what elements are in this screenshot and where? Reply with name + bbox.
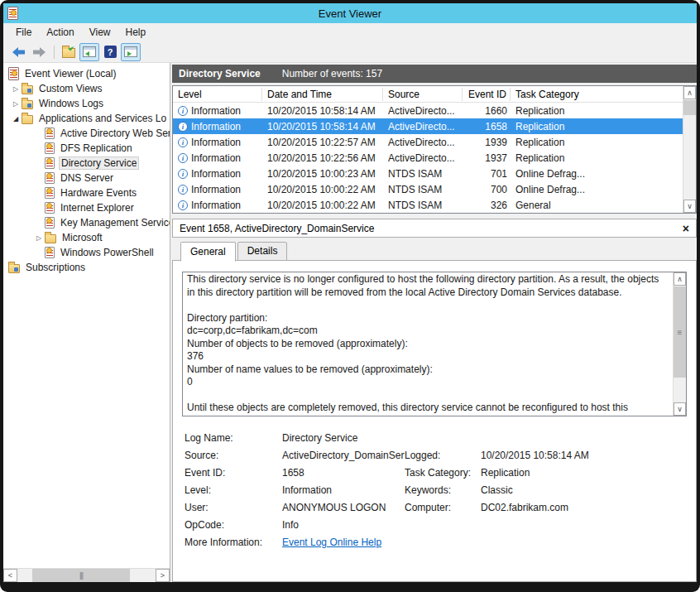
tree-item-hardware-events[interactable]: Hardware Events bbox=[3, 185, 170, 200]
table-row[interactable]: Information 10/20/2015 10:58:14 AM Activ… bbox=[173, 103, 683, 118]
window-title: Event Viewer bbox=[3, 7, 697, 20]
console-tree: Event Viewer (Local) ▷ Custom Views ▷ Wi… bbox=[3, 63, 170, 568]
back-arrow-icon bbox=[12, 46, 26, 58]
tree-item-label: Directory Service bbox=[59, 156, 139, 170]
help-button[interactable]: ? bbox=[100, 43, 120, 61]
scrollbar-track[interactable] bbox=[683, 99, 696, 200]
tree-item-windows-logs[interactable]: ▷ Windows Logs bbox=[3, 96, 170, 111]
tree-item-label: Microsoft bbox=[60, 231, 104, 244]
tree-item-active-directory-web-services[interactable]: Active Directory Web Ser bbox=[3, 126, 170, 141]
field-label: Keywords: bbox=[405, 482, 481, 499]
expand-collapsed-icon[interactable]: ▷ bbox=[10, 85, 22, 93]
show-action-pane-button[interactable] bbox=[121, 43, 141, 61]
event-log-online-help-link[interactable]: Event Log Online Help bbox=[282, 537, 381, 548]
table-row[interactable]: Information 10/20/2015 10:00:22 AM NTDS … bbox=[173, 197, 683, 213]
scroll-up-button[interactable]: ∧ bbox=[683, 86, 696, 99]
information-icon bbox=[178, 169, 188, 179]
back-button[interactable] bbox=[8, 43, 28, 61]
table-row[interactable]: Information 10/20/2015 10:22:56 AM Activ… bbox=[173, 150, 683, 166]
cell-task-category: Replication bbox=[511, 137, 683, 148]
menu-view[interactable]: View bbox=[82, 24, 118, 41]
scroll-down-button[interactable]: ∨ bbox=[683, 200, 696, 213]
close-icon[interactable]: × bbox=[683, 223, 689, 234]
column-header-date-and-time[interactable]: Date and Time bbox=[262, 88, 383, 101]
description-vertical-scrollbar[interactable]: ∧ ≡ ∨ bbox=[673, 272, 686, 416]
cell-datetime: 10/20/2015 10:58:14 AM bbox=[262, 105, 383, 117]
event-log-icon bbox=[45, 187, 55, 199]
tab-general[interactable]: General bbox=[180, 242, 236, 262]
expand-collapsed-icon[interactable]: ▷ bbox=[33, 234, 45, 242]
tree-horizontal-scrollbar[interactable]: < ||| > bbox=[3, 568, 170, 582]
event-log-icon bbox=[45, 202, 55, 214]
column-header-task-category[interactable]: Task Category bbox=[511, 88, 683, 101]
cell-event-id: 1658 bbox=[463, 121, 511, 132]
scrollbar-thumb[interactable]: ≡ bbox=[674, 286, 686, 378]
export-log-icon bbox=[62, 48, 75, 58]
event-list-vertical-scrollbar[interactable]: ∧ ∨ bbox=[683, 86, 696, 213]
event-log-icon bbox=[45, 128, 55, 139]
tree-item-microsoft[interactable]: ▷ Microsoft bbox=[3, 230, 170, 245]
scrollbar-thumb[interactable] bbox=[683, 100, 696, 115]
tab-details[interactable]: Details bbox=[237, 242, 288, 261]
tree-item-windows-powershell[interactable]: Windows PowerShell bbox=[3, 245, 170, 260]
export-button[interactable] bbox=[59, 43, 79, 61]
table-row[interactable]: Information 10/20/2015 10:22:57 AM Activ… bbox=[173, 134, 683, 150]
scrollbar-track[interactable]: ||| bbox=[17, 569, 156, 582]
field-label: More Information: bbox=[185, 534, 282, 551]
cell-task-category: Online Defrag... bbox=[511, 184, 683, 195]
menu-bar: File Action View Help bbox=[3, 23, 697, 41]
field-label: Log Name: bbox=[185, 430, 282, 447]
tree-item-label: Hardware Events bbox=[59, 186, 138, 200]
tree-item-dns-server[interactable]: DNS Server bbox=[3, 171, 170, 185]
column-header-source[interactable]: Source bbox=[383, 88, 463, 101]
show-console-tree-button[interactable] bbox=[79, 43, 99, 61]
tree-item-internet-explorer[interactable]: Internet Explorer bbox=[3, 200, 170, 215]
general-tab-content: This directory service is no longer conf… bbox=[172, 260, 697, 582]
column-header-level[interactable]: Level bbox=[173, 88, 262, 101]
table-row[interactable]: Information 10/20/2015 10:00:23 AM NTDS … bbox=[173, 166, 683, 181]
menu-action[interactable]: Action bbox=[39, 24, 81, 41]
field-value: Information bbox=[282, 482, 405, 499]
event-description[interactable]: This directory service is no longer conf… bbox=[183, 272, 672, 416]
scroll-right-button[interactable]: > bbox=[156, 569, 170, 582]
tree-item-subscriptions[interactable]: Subscriptions bbox=[3, 260, 170, 275]
scrollbar-track[interactable]: ≡ bbox=[674, 286, 686, 402]
table-row-selected[interactable]: Information 10/20/2015 10:58:14 AM Activ… bbox=[173, 118, 683, 134]
cell-datetime: 10/20/2015 10:00:22 AM bbox=[262, 200, 383, 211]
scroll-up-button[interactable]: ∧ bbox=[674, 272, 686, 286]
event-viewer-window: Event Viewer File Action View Help bbox=[0, 0, 700, 592]
table-row[interactable]: Information 10/20/2015 10:00:22 AM NTDS … bbox=[173, 181, 683, 197]
expand-collapsed-icon[interactable]: ▷ bbox=[10, 100, 22, 108]
event-list: Level Date and Time Source Event ID Task… bbox=[172, 85, 697, 214]
tree-item-custom-views[interactable]: ▷ Custom Views bbox=[3, 81, 170, 96]
tree-item-event-viewer-local[interactable]: Event Viewer (Local) bbox=[3, 66, 170, 81]
toolbar-separator bbox=[54, 46, 55, 59]
scrollbar-thumb[interactable]: ||| bbox=[32, 569, 130, 582]
cell-datetime: 10/20/2015 10:00:22 AM bbox=[262, 184, 383, 195]
title-bar[interactable]: Event Viewer bbox=[3, 3, 697, 23]
cell-task-category: Replication bbox=[511, 152, 683, 164]
scroll-left-button[interactable]: < bbox=[3, 569, 17, 582]
tree-item-directory-service[interactable]: Directory Service bbox=[3, 156, 170, 171]
menu-file[interactable]: File bbox=[8, 24, 39, 41]
field-value: Info bbox=[282, 517, 405, 534]
tree-item-applications-and-services-logs[interactable]: ◢ Applications and Services Lo bbox=[3, 111, 170, 126]
cell-datetime: 10/20/2015 10:00:23 AM bbox=[262, 168, 383, 180]
cell-task-category: Replication bbox=[511, 121, 683, 132]
tree-item-label: DNS Server bbox=[59, 171, 115, 185]
forward-button[interactable] bbox=[29, 43, 49, 61]
tree-item-key-management-service[interactable]: Key Management Service bbox=[3, 215, 170, 230]
scroll-down-button[interactable]: ∨ bbox=[674, 402, 686, 416]
menu-help[interactable]: Help bbox=[118, 24, 154, 41]
detail-tabs: General Details bbox=[172, 242, 697, 261]
tree-item-dfs-replication[interactable]: DFS Replication bbox=[3, 141, 170, 156]
cell-event-id: 1939 bbox=[463, 137, 511, 148]
console-tree-panel: Event Viewer (Local) ▷ Custom Views ▷ Wi… bbox=[3, 63, 170, 582]
field-label: Task Category: bbox=[405, 464, 481, 482]
tree-item-label: DFS Replication bbox=[59, 142, 134, 155]
column-header-event-id[interactable]: Event ID bbox=[463, 88, 511, 101]
cell-event-id: 1937 bbox=[463, 152, 511, 164]
expand-expanded-icon[interactable]: ◢ bbox=[10, 115, 22, 123]
field-value bbox=[481, 517, 687, 534]
cell-datetime: 10/20/2015 10:58:14 AM bbox=[262, 121, 383, 132]
